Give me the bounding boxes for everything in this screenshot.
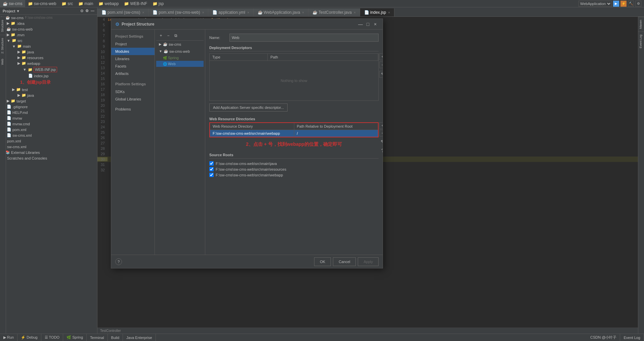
maven-tool-btn[interactable]: Maven <box>638 17 644 32</box>
tree-item-swcmsxml2[interactable]: 📄 sw-cms.xml <box>0 144 97 150</box>
menu-sw-cms-web[interactable]: 📁 sw-cms-web <box>25 0 59 7</box>
spring-btn[interactable]: 🌿 Spring <box>63 334 87 341</box>
tree-item-target[interactable]: ▶ 📁 target <box>0 98 97 104</box>
run-btn[interactable]: ▶ Run <box>0 334 17 341</box>
copy-module-btn[interactable]: ⧉ <box>172 32 179 39</box>
event-log-btn[interactable]: Event Log <box>620 334 644 341</box>
tree-item-mvnwcmd[interactable]: 📄 mvnw.cmd <box>0 121 97 127</box>
build-button[interactable]: 🔨 <box>628 1 634 7</box>
deployment-add-btn[interactable]: + <box>379 53 383 60</box>
module-sw-cms[interactable]: ▶ ☕ sw-cms <box>156 41 204 48</box>
tree-item-src[interactable]: ▼ 📁 src <box>0 38 97 43</box>
deployment-remove-btn[interactable]: − <box>379 61 383 68</box>
structure-tool-btn[interactable]: Structure <box>0 17 6 35</box>
menu-jsp[interactable]: 📁 jsp <box>150 0 166 7</box>
deployment-table-actions: + − ✎ <box>379 53 383 78</box>
tree-item-scratches[interactable]: 📋 Scratches and Consoles <box>0 155 97 161</box>
dialog-close-btn[interactable]: × <box>372 21 379 28</box>
wr-table-row[interactable]: F:\sw-cms\sw-cms-web\src\main\webapp / <box>210 130 378 137</box>
tab-index-jsp[interactable]: 📄 index.jsp× <box>360 8 394 16</box>
tree-item-pomxml[interactable]: 📄 pom.xml <box>0 127 97 132</box>
source-root-webapp: F:\sw-cms\sw-cms-web\src\main\webapp <box>209 172 379 178</box>
ok-button[interactable]: OK <box>314 257 331 266</box>
wr-table: Web Resource Directory Path Relative to … <box>209 122 379 137</box>
menu-src[interactable]: 📁 src <box>59 0 76 7</box>
status-right: CSDN @小叶子 Event Log <box>587 334 644 341</box>
tree-item-external-libraries[interactable]: ▶ 📚 External Libraries <box>0 150 97 155</box>
tree-item-mvn[interactable]: ▶ 📁 .mvn <box>0 32 97 38</box>
dialog-help-btn[interactable]: ? <box>115 258 122 265</box>
debug-button[interactable]: ⚡ <box>620 1 627 7</box>
dialog-maximize-btn[interactable]: □ <box>364 21 371 28</box>
add-module-btn[interactable]: + <box>158 32 164 39</box>
nav-modules[interactable]: Modules <box>111 48 155 55</box>
terminal-btn[interactable]: Terminal <box>87 334 108 341</box>
nav-facets[interactable]: Facets <box>111 62 155 70</box>
name-input[interactable] <box>229 34 379 42</box>
nav-global-libraries[interactable]: Global Libraries <box>111 95 155 103</box>
cancel-button[interactable]: Cancel <box>333 257 356 266</box>
wr-add-btn[interactable]: + <box>379 122 383 129</box>
tree-item-mvnw[interactable]: 📄 mvnw <box>0 115 97 121</box>
module-sw-cms-web[interactable]: ▼ ☕ sw-cms-web <box>156 48 204 55</box>
tree-item-gitignore[interactable]: 📄 .gitignore <box>0 104 97 110</box>
tree-item-swcmsxml[interactable]: 📄 sw-cms.xml <box>0 132 97 138</box>
source-webapp-checkbox[interactable] <box>209 173 214 177</box>
tree-item-resources[interactable]: ▶ 📁 resources <box>0 55 97 60</box>
wr-remove-btn[interactable]: − <box>379 130 383 136</box>
settings-panel-btn[interactable]: ⚙ <box>85 9 89 13</box>
nav-sdks[interactable]: SDKs <box>111 88 155 95</box>
tree-item-test-java[interactable]: ▶ 📁 java <box>0 92 97 98</box>
source-java-checkbox[interactable] <box>209 161 214 166</box>
tab-pom-cms[interactable]: 📄 pom.xml (sw-cms)× <box>97 8 148 16</box>
nav-libraries[interactable]: Libraries <box>111 55 155 62</box>
todo-btn[interactable]: ☰ TODO <box>41 334 63 341</box>
java-enterprise-btn[interactable]: Java Enterprise <box>123 334 156 341</box>
run-button[interactable]: ▶ <box>613 1 619 7</box>
tree-item-idea[interactable]: ▶ 📁 .idea <box>0 20 97 26</box>
source-resources-checkbox[interactable] <box>209 167 214 171</box>
apply-button[interactable]: Apply <box>358 257 379 266</box>
tree-item-helpmd[interactable]: 📄 HELP.md <box>0 110 97 115</box>
remove-module-btn[interactable]: − <box>165 32 172 39</box>
nav-problems[interactable]: Problems <box>111 105 155 113</box>
tree-item-main[interactable]: ▼ 📁 main <box>0 43 97 49</box>
dialog-icon: ⚙ <box>115 22 120 27</box>
wr-edit-btn[interactable]: ✎ <box>379 138 383 145</box>
tab-pom-web[interactable]: 📄 pom.xml (sw-cms-web)× <box>148 8 208 16</box>
tab-testcontroller[interactable]: ☕ TestController.java× <box>308 8 360 16</box>
module-spring[interactable]: 🌿 Spring <box>156 55 204 61</box>
settings-button[interactable]: ⚙ <box>635 1 641 7</box>
tab-webapplication[interactable]: ☕ WebApplication.java× <box>254 8 308 16</box>
tree-item-sw-cms[interactable]: ▶ ☕ sw-cms F:\sw-cms\sw-cms <box>0 15 97 20</box>
debug-btn[interactable]: ⚡ Debug <box>17 334 41 341</box>
event-log-tool-btn[interactable]: Event Log <box>638 32 644 51</box>
dialog-nav-sidebar: Project Settings Project Modules Librari… <box>111 30 155 255</box>
tree-item-webapp[interactable]: ▶ 📁 webapp <box>0 60 97 66</box>
tree-item-test[interactable]: ▶ 📁 test <box>0 87 97 92</box>
tab-application-yml[interactable]: 📄 application.yml× <box>208 8 253 16</box>
menu-webapp[interactable]: 📁 webapp <box>96 0 121 7</box>
dialog-minimize-btn[interactable]: — <box>357 21 364 28</box>
tree-item-webinf-jsp[interactable]: ▼ 📁 WEB-INF.jsp <box>0 66 97 73</box>
nav-artifacts[interactable]: Artifacts <box>111 70 155 77</box>
tree-item-sw-cms-web[interactable]: ▼ ☕ sw-cms-web <box>0 26 97 32</box>
module-web[interactable]: 🌐 Web <box>156 61 204 67</box>
menu-webinf[interactable]: 📁 WEB-INF <box>121 0 150 7</box>
nav-project[interactable]: Project <box>111 40 155 48</box>
menu-sw-cms[interactable]: ☕ sw-cms <box>0 0 25 7</box>
structure2-tool-btn[interactable]: 2: Structure <box>0 35 6 56</box>
deployment-table-body: Nothing to show <box>209 60 379 101</box>
wr-help-btn[interactable]: ? <box>379 147 383 154</box>
menu-main[interactable]: 📁 main <box>76 0 96 7</box>
scope-btn[interactable]: ⊙ <box>80 9 83 13</box>
build-btn[interactable]: Build <box>108 334 123 341</box>
minimize-panel-btn[interactable]: — <box>91 9 94 13</box>
add-server-btn[interactable]: Add Application Server specific descript… <box>209 103 288 112</box>
run-config-select[interactable]: WebApplication <box>578 1 612 7</box>
tree-item-java[interactable]: ▶ 📁 java <box>0 49 97 55</box>
tree-item-index-jsp[interactable]: 📄 index.jsp <box>0 73 97 79</box>
tree-item-pomxml2[interactable]: 📄 pom.xml <box>0 138 97 144</box>
web-tool-btn[interactable]: Web <box>0 56 6 68</box>
deployment-edit-btn[interactable]: ✎ <box>379 71 383 78</box>
